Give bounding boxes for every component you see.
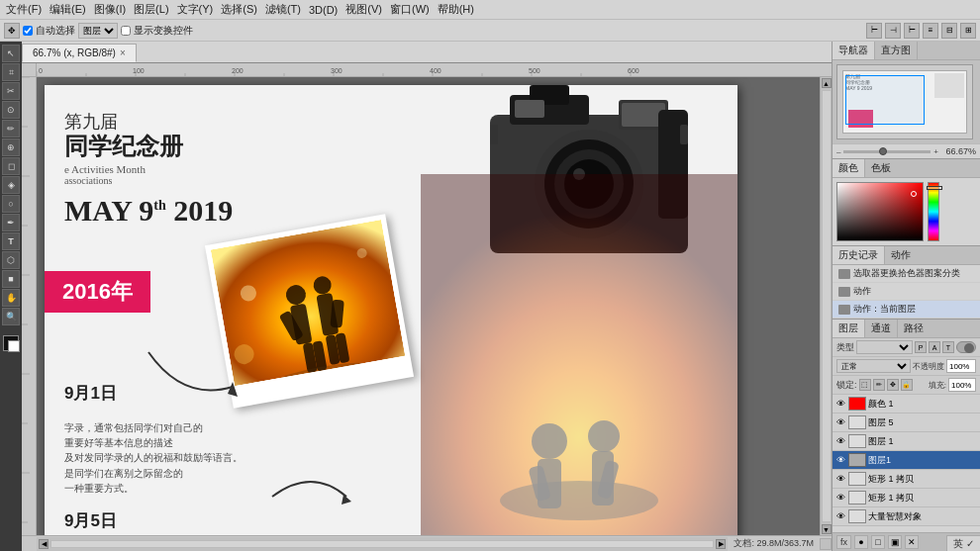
filter-icon1[interactable]: P: [915, 341, 927, 353]
menu-help[interactable]: 帮助(H): [438, 2, 474, 17]
color-gradient-box[interactable]: [836, 182, 924, 241]
blend-mode-dropdown[interactable]: 正常: [836, 359, 911, 373]
right-panels: 导航器 直方图 第九届同学纪念册MAY 9 2019: [832, 42, 980, 551]
filter-toggle[interactable]: [956, 341, 976, 353]
arrange-icon[interactable]: ⊞: [960, 23, 976, 39]
layer-group-button[interactable]: □: [871, 535, 885, 549]
history-item-1[interactable]: 动作: [833, 283, 980, 301]
document-view[interactable]: 第九届 同学纪念册 e Activities Month association…: [37, 77, 820, 535]
dodge-tool[interactable]: ○: [2, 195, 20, 213]
text-tool[interactable]: T: [2, 232, 20, 250]
hand-tool[interactable]: ✋: [2, 289, 20, 307]
menu-file[interactable]: 文件(F): [6, 2, 42, 17]
menu-filter[interactable]: 滤镜(T): [265, 2, 301, 17]
distribute-v-icon[interactable]: ⊟: [941, 23, 957, 39]
layer-eye-4[interactable]: 👁: [836, 474, 846, 484]
layer-dropdown[interactable]: 图层: [78, 23, 118, 39]
lock-transparent-icon[interactable]: ⬚: [859, 379, 871, 391]
history-tab[interactable]: 历史记录: [833, 246, 885, 264]
swatches-tab[interactable]: 色板: [865, 159, 897, 177]
distribute-icon[interactable]: ≡: [923, 23, 938, 39]
filter-type-dropdown[interactable]: [856, 340, 913, 354]
patch-tool[interactable]: ⊙: [2, 101, 20, 119]
layer-fx-button[interactable]: fx: [836, 535, 851, 549]
layer-mask-button[interactable]: ●: [854, 535, 868, 549]
hue-slider[interactable]: [928, 182, 939, 241]
actions-tab[interactable]: 动作: [885, 246, 917, 264]
zoom-slider[interactable]: [843, 150, 931, 153]
menu-window[interactable]: 窗口(W): [390, 2, 430, 17]
layer-item-3[interactable]: 👁 图层1: [833, 451, 980, 470]
menu-layer[interactable]: 图层(L): [134, 2, 168, 17]
brush-tool[interactable]: ✏: [2, 120, 20, 138]
menu-text[interactable]: 文字(Y): [177, 2, 214, 17]
svg-text:600: 600: [628, 67, 639, 74]
horizontal-ruler: 0 100 200 300 400 500 600: [37, 63, 832, 77]
doc-activities-text: e Activities Month: [64, 163, 233, 175]
show-transform-label: 显示变换控件: [134, 24, 193, 38]
tab-close-button[interactable]: ×: [120, 47, 126, 58]
menu-3d[interactable]: 3D(D): [309, 4, 338, 16]
lang-indicator[interactable]: 英 ✓: [953, 537, 974, 551]
move-tool-icon[interactable]: ✥: [4, 23, 20, 39]
layer-delete-button[interactable]: ✕: [905, 535, 919, 549]
show-transform-checkbox[interactable]: [121, 26, 131, 36]
background-color[interactable]: [8, 340, 20, 352]
layers-tab[interactable]: 图层: [833, 320, 865, 337]
horizontal-scrollbar[interactable]: ◀ ▶: [37, 537, 728, 551]
layer-eye-6[interactable]: 👁: [836, 511, 846, 521]
color-tab[interactable]: 颜色: [833, 159, 865, 177]
history-item-0[interactable]: 选取器更换拾色器图案分类: [833, 265, 980, 283]
vertical-ruler: 50 100 200 300: [22, 77, 37, 535]
eraser-tool[interactable]: ◻: [2, 157, 20, 175]
layer-item-4[interactable]: 👁 矩形 1 拷贝: [833, 470, 980, 489]
layer-item-1[interactable]: 👁 图层 5: [833, 413, 980, 432]
selection-tool[interactable]: ↖: [2, 45, 20, 62]
document-tab[interactable]: 66.7% (x, RGB/8#) ×: [22, 44, 137, 62]
filter-icon3[interactable]: T: [942, 341, 954, 353]
histogram-tab[interactable]: 直方图: [875, 42, 918, 59]
fill-value[interactable]: [948, 378, 976, 392]
lock-brush-icon[interactable]: ✏: [873, 379, 885, 391]
menu-image[interactable]: 图像(I): [94, 2, 126, 17]
stamp-tool[interactable]: ⊕: [2, 138, 20, 156]
gradient-tool[interactable]: ◈: [2, 176, 20, 194]
auto-select-checkbox[interactable]: [23, 26, 33, 36]
zoom-tool[interactable]: 🔍: [2, 308, 20, 325]
doc-date-text: MAY 9th 2019: [64, 194, 233, 228]
layer-item-6[interactable]: 👁 大量智慧对象: [833, 507, 980, 526]
history-item-2[interactable]: 动作：当前图层: [833, 301, 980, 319]
menu-view[interactable]: 视图(V): [345, 2, 382, 17]
align-left-icon[interactable]: ⊢: [866, 23, 882, 39]
layer-item-2[interactable]: 👁 图层 1: [833, 432, 980, 451]
slice-tool[interactable]: ✂: [2, 82, 20, 100]
shape-tool[interactable]: ■: [2, 270, 20, 288]
layer-eye-2[interactable]: 👁: [836, 436, 846, 446]
crop-tool[interactable]: ⌗: [2, 63, 20, 81]
nav-tab[interactable]: 导航器: [833, 42, 875, 59]
layer-eye-3[interactable]: 👁: [836, 455, 846, 465]
lock-move-icon[interactable]: ✥: [887, 379, 899, 391]
layer-eye-1[interactable]: 👁: [836, 417, 846, 427]
foreground-color[interactable]: [3, 335, 19, 351]
layer-eye-0[interactable]: 👁: [836, 399, 846, 409]
layer-new-button[interactable]: ▣: [888, 535, 902, 549]
filter-icon2[interactable]: A: [929, 341, 940, 353]
bottom-lang-strip: 英 ✓: [946, 535, 980, 551]
opacity-value[interactable]: [946, 359, 976, 373]
layer-item-0[interactable]: 👁 颜色 1: [833, 395, 980, 413]
vertical-scrollbar[interactable]: ▲ ▼: [820, 77, 832, 535]
layer-item-5[interactable]: 👁 矩形 1 拷贝: [833, 489, 980, 507]
paths-tab[interactable]: 路径: [898, 320, 930, 337]
align-right-icon[interactable]: ⊢: [904, 23, 920, 39]
channels-tab[interactable]: 通道: [865, 320, 898, 337]
lock-all-icon[interactable]: 🔒: [901, 379, 913, 391]
menu-select[interactable]: 选择(S): [221, 2, 257, 17]
pen-tool[interactable]: ✒: [2, 214, 20, 231]
svg-rect-67: [330, 300, 343, 328]
menu-edit[interactable]: 编辑(E): [49, 2, 86, 17]
layer-eye-5[interactable]: 👁: [836, 493, 846, 503]
date-label-1: 9月1日: [64, 382, 117, 405]
path-tool[interactable]: ⬡: [2, 251, 20, 269]
align-center-icon[interactable]: ⊣: [885, 23, 901, 39]
